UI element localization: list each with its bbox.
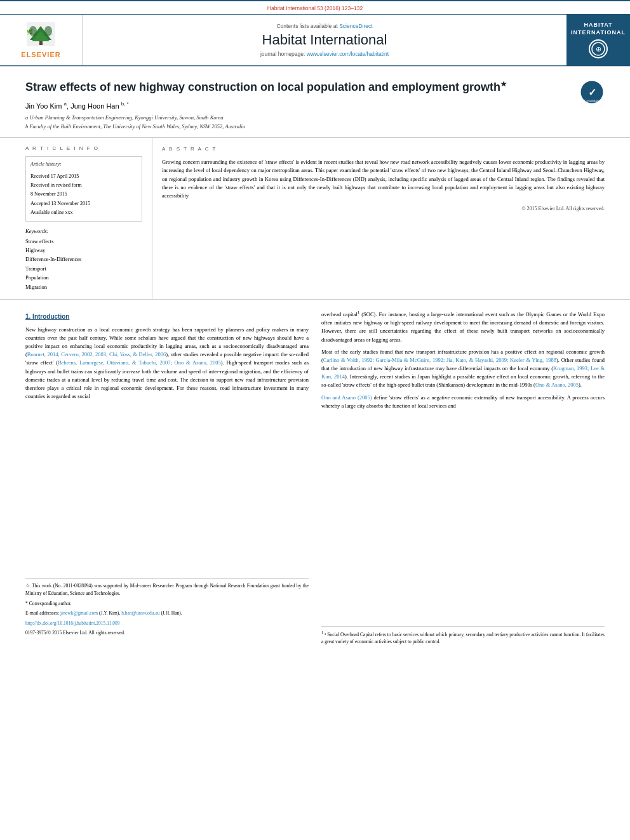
article-info-col: A R T I C L E I N F O Article history: R… (25, 138, 152, 299)
citation-text: Habitat International 53 (2016) 123–132 (267, 5, 363, 11)
author2-name: Jung Hoon Han (70, 102, 119, 110)
journal-homepage: journal homepage: www.elsevier.com/locat… (89, 51, 560, 57)
habitat-logo: HABITATINTERNATIONAL ⊕ (571, 22, 626, 58)
crossmark-area[interactable]: ✓ CrossMark (579, 79, 605, 106)
homepage-url[interactable]: www.elsevier.com/locate/habitatint (307, 51, 389, 57)
ref-krugman[interactable]: Krugman, 1993; Lee & Kim, 2014 (321, 365, 605, 380)
journal-header: Habitat International 53 (2016) 123–132 … (0, 0, 630, 67)
article-history-label: Article history: (30, 160, 137, 169)
elsevier-logo-area: 🌿 ELSEVIER (0, 15, 83, 65)
keyword-2: Highway (25, 246, 142, 255)
keywords-section: Keywords: Straw effects Highway Differen… (25, 228, 142, 292)
svg-text:CrossMark: CrossMark (584, 99, 600, 103)
authors-line: Jin Yoo Kim a, Jung Hoon Han b, * (25, 101, 570, 110)
article-info-abstract-section: A R T I C L E I N F O Article history: R… (0, 138, 630, 300)
affiliation-a: a Urban Planning & Transportation Engine… (25, 114, 570, 123)
main-content: 1. Introduction New highway construction… (0, 300, 630, 657)
revised-date: 8 November 2015 (30, 190, 137, 199)
svg-point-5 (29, 26, 37, 36)
footnote-corresponding: * Corresponding author. (25, 600, 309, 608)
online-date: Available online xxx (30, 208, 137, 217)
main-col-right: overhead capital1 (SOC). For instance, h… (321, 309, 605, 648)
svg-point-6 (44, 26, 52, 36)
ref-ono2[interactable]: Ono and Asano (2005) (321, 394, 372, 401)
header-content: 🌿 ELSEVIER Contents lists available at S… (0, 14, 630, 66)
svg-text:⊕: ⊕ (596, 45, 601, 53)
ref-behrens[interactable]: Behrens, Lamorgese, Ottaviano, & Tabuchi… (58, 359, 221, 366)
ref-ono[interactable]: Ono & Asano, 2005 (535, 382, 579, 388)
affiliation-b: b Faculty of the Built Environment, The … (25, 123, 570, 131)
keyword-1: Straw effects (25, 237, 142, 246)
intro-para1: New highway construction as a local econ… (25, 326, 309, 401)
abstract-col: A B S T R A C T Growing concern surround… (152, 138, 605, 299)
elsevier-tree-icon: 🌿 (23, 22, 58, 49)
author1-name: Jin Yoo Kim (25, 102, 62, 110)
abstract-text: Growing concern surrounding the existenc… (162, 158, 605, 200)
keyword-6: Migration (25, 283, 142, 291)
journal-center-header: Contents lists available at ScienceDirec… (83, 18, 566, 62)
abstract-copyright: © 2015 Elsevier Ltd. All rights reserved… (162, 205, 605, 213)
revised-label: Received in revised form (30, 181, 137, 190)
issn-copyright: 0197-3975/© 2015 Elsevier Ltd. All right… (25, 629, 309, 637)
keyword-4: Transport (25, 264, 142, 273)
habitat-logo-text: HABITATINTERNATIONAL (571, 22, 626, 36)
article-main-title: Straw effects of new highway constructio… (25, 79, 570, 95)
article-history-box: Article history: Received 17 April 2015 … (25, 156, 142, 221)
footnotes-right: 1 ¹ Social Overhead Capital refers to ba… (321, 626, 605, 646)
article-info-title: A R T I C L E I N F O (25, 145, 142, 151)
journal-title: Habitat International (89, 32, 560, 48)
received-date: Received 17 April 2015 (30, 172, 137, 181)
doi-link[interactable]: http://dx.doi.org/10.1016/j.habitatint.2… (25, 620, 309, 627)
affiliations: a Urban Planning & Transportation Engine… (25, 114, 570, 131)
footnote-emails: E-mail addresses: jinewk@gmail.com (J.Y.… (25, 610, 309, 617)
keyword-3: Difference-In-Differences (25, 255, 142, 263)
main-col-left: 1. Introduction New highway construction… (25, 309, 309, 648)
ref-carlino[interactable]: Carlino & Voith, 1992; Garcia-Mila & McG… (323, 357, 556, 363)
ref-boarnet[interactable]: Boarnet, 2014; Cervero, 2002, 2003; Chi,… (27, 351, 166, 357)
article-title-section: Straw effects of new highway constructio… (0, 67, 630, 138)
science-direct-label: Contents lists available at ScienceDirec… (89, 23, 560, 29)
elsevier-brand-text: ELSEVIER (21, 51, 60, 58)
journal-citation: Habitat International 53 (2016) 123–132 (0, 5, 630, 11)
elsevier-logo: 🌿 ELSEVIER (21, 22, 60, 58)
keywords-title: Keywords: (25, 228, 142, 234)
footnote-1-text: 1 ¹ Social Overhead Capital refers to ba… (321, 630, 605, 646)
footnotes-left: ☆ This work (No. 2011-0028094) was suppo… (25, 578, 309, 637)
habitat-logo-area: HABITATINTERNATIONAL ⊕ (566, 15, 630, 65)
svg-text:✓: ✓ (588, 87, 596, 98)
keyword-5: Population (25, 273, 142, 282)
right-para1: overhead capital1 (SOC). For instance, h… (321, 309, 605, 344)
right-para2: Most of the early studies found that new… (321, 348, 605, 390)
footnote-star: ☆ This work (No. 2011-0028094) was suppo… (25, 582, 309, 597)
email1-link[interactable]: jinewk@gmail.com (60, 610, 98, 616)
right-para3: Ono and Asano (2005) define 'straw effec… (321, 394, 605, 410)
abstract-title: A B S T R A C T (162, 145, 605, 153)
sciencedirect-link[interactable]: ScienceDirect (339, 23, 372, 29)
section1-heading: 1. Introduction (25, 312, 309, 322)
habitat-symbol-icon: ⊕ (591, 41, 606, 57)
crossmark-icon: ✓ CrossMark (579, 79, 605, 105)
accepted-date: Accepted 13 November 2015 (30, 199, 137, 208)
habitat-logo-circle-icon: ⊕ (589, 39, 608, 58)
email2-link[interactable]: h.han@unsw.edu.au (121, 610, 159, 616)
